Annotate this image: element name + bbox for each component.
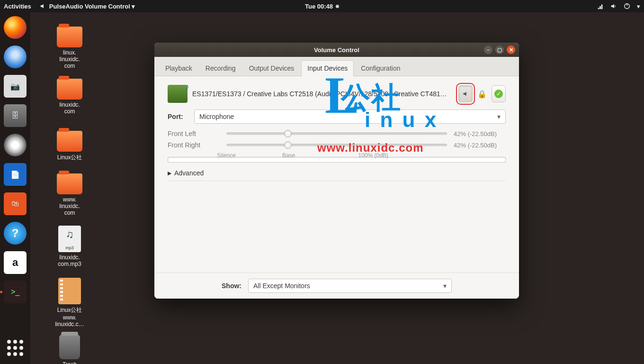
maximize-button[interactable]: ▢ <box>495 46 504 54</box>
slider-track <box>226 133 447 135</box>
volume-icon[interactable] <box>610 3 617 9</box>
channel-name: Front Right <box>168 141 220 149</box>
dock-libreoffice[interactable]: 📄 <box>4 163 27 186</box>
folder-icon <box>57 27 82 47</box>
chevron-down-icon: ▾ <box>497 113 501 120</box>
desktop-icon-label: Trash <box>44 361 96 364</box>
tab-configuration[interactable]: Configuration <box>355 60 406 76</box>
mute-button[interactable] <box>458 85 473 102</box>
mute-icon <box>462 91 469 97</box>
desktop-icon[interactable]: www. linuxidc. com <box>44 173 96 216</box>
desktop-icon[interactable]: Trash <box>44 335 96 364</box>
dock-show-apps[interactable] <box>4 337 27 359</box>
clock-dot-icon <box>336 5 339 8</box>
chevron-down-icon: ▾ <box>443 282 447 290</box>
close-button[interactable]: ✕ <box>507 46 515 54</box>
show-value: All Except Monitors <box>253 282 310 290</box>
dock-help[interactable]: ? <box>4 222 27 245</box>
channel-row: Front Left42% (-22.50dB) <box>168 129 506 138</box>
folder-icon <box>57 79 82 100</box>
device-name: ES1371/ES1373 / Creative Labs CT2518 (Au… <box>192 90 454 98</box>
activities-button[interactable]: Activities <box>4 3 31 10</box>
svg-rect-1 <box>626 3 627 6</box>
show-label: Show: <box>222 282 243 290</box>
clock-text: Tue 00:48 <box>305 3 333 10</box>
dock: 📷 🗄 📄 🛍 ? a >_ <box>0 12 30 364</box>
device-row: ES1371/ES1373 / Creative Labs CT2518 (Au… <box>168 85 506 103</box>
scale-base: Base <box>282 152 295 159</box>
dock-amazon[interactable]: a <box>4 251 27 274</box>
dock-terminal[interactable]: >_ <box>4 281 27 303</box>
channel-name: Front Left <box>168 130 220 137</box>
dock-shotwell[interactable]: 📷 <box>4 75 27 98</box>
desktop-icon[interactable]: Linux公社 www. linuxidc.c… <box>44 278 96 328</box>
minimize-button[interactable]: – <box>484 46 492 54</box>
advanced-label: Advanced <box>174 169 204 177</box>
tab-content: ES1371/ES1373 / Creative Labs CT2518 (Au… <box>154 76 519 273</box>
lock-channels-icon[interactable]: 🔒 <box>477 90 487 99</box>
channel-row: Front Right42% (-22.50dB) <box>168 141 506 149</box>
separator <box>168 181 506 181</box>
dock-rhythmbox[interactable] <box>4 134 27 156</box>
desktop-icon[interactable]: Linux公社 <box>44 131 96 162</box>
dock-software[interactable]: 🛍 <box>4 192 27 215</box>
dock-firefox[interactable] <box>4 16 27 39</box>
vid-icon <box>58 278 81 304</box>
port-label: Port: <box>168 113 189 120</box>
slider-track <box>226 144 447 146</box>
speaker-icon <box>40 3 46 9</box>
folder-icon <box>57 131 82 152</box>
tab-playback[interactable]: Playback <box>159 60 198 76</box>
window-footer: Show: All Except Monitors ▾ <box>154 273 519 299</box>
scale-full: 100% (0dB) <box>358 152 388 159</box>
window-title: Volume Control <box>314 46 359 54</box>
app-menu[interactable]: PulseAudio Volume Control ▾ <box>40 3 135 10</box>
slider-thumb[interactable] <box>284 141 292 149</box>
top-panel: Activities PulseAudio Volume Control ▾ T… <box>0 0 644 12</box>
check-icon: ✓ <box>494 90 503 98</box>
desktop-icon-label: linux. linuxidc. com <box>44 49 96 69</box>
tab-recording[interactable]: Recording <box>199 60 242 76</box>
scale-silence: Silence <box>217 152 235 159</box>
trash-icon <box>59 335 80 359</box>
channel-value: 42% (-22.50dB) <box>454 130 506 137</box>
apps-grid-icon <box>7 340 23 356</box>
volume-slider[interactable] <box>226 129 447 138</box>
desktop-icon-label: Linux公社 <box>44 154 96 162</box>
chevron-down-icon: ▾ <box>637 3 640 10</box>
dock-files[interactable]: 🗄 <box>4 104 27 127</box>
channel-value: 42% (-22.50dB) <box>454 142 506 149</box>
volume-control-window: Volume Control – ▢ ✕ PlaybackRecordingOu… <box>154 43 519 299</box>
network-icon[interactable] <box>597 3 604 9</box>
desktop-icon-label: linuxidc. com <box>44 101 96 115</box>
desktop-icon[interactable]: linux. linuxidc. com <box>44 27 96 69</box>
desktop-icon[interactable]: linuxidc. com <box>44 79 96 115</box>
clock[interactable]: Tue 00:48 <box>305 3 339 10</box>
dock-thunderbird[interactable] <box>4 46 27 68</box>
tabs-bar: PlaybackRecordingOutput DevicesInput Dev… <box>154 57 519 76</box>
port-row: Port: Microphone ▾ <box>168 109 506 124</box>
window-titlebar[interactable]: Volume Control – ▢ ✕ <box>154 43 519 57</box>
sound-card-icon <box>168 85 188 103</box>
app-menu-label: PulseAudio Volume Control ▾ <box>49 3 135 10</box>
desktop-icon-label: linuxidc. com.mp3 <box>44 254 96 267</box>
mp3-icon: mp3 <box>58 226 81 252</box>
tab-output-devices[interactable]: Output Devices <box>243 60 301 76</box>
desktop-icon[interactable]: mp3linuxidc. com.mp3 <box>44 226 96 267</box>
show-combo[interactable]: All Except Monitors ▾ <box>248 279 452 293</box>
slider-thumb[interactable] <box>284 130 292 137</box>
folder-icon <box>57 173 82 194</box>
desktop-icon-label: Linux公社 www. linuxidc.c… <box>44 306 96 328</box>
power-icon[interactable] <box>624 3 630 9</box>
desktop-icon-label: www. linuxidc. com <box>44 196 96 216</box>
system-tray[interactable]: ▾ <box>597 3 640 10</box>
advanced-expander[interactable]: ▶ Advanced <box>168 169 506 177</box>
port-value: Microphone <box>199 113 234 120</box>
tab-input-devices[interactable]: Input Devices <box>301 60 354 76</box>
port-combo[interactable]: Microphone ▾ <box>194 109 506 124</box>
triangle-right-icon: ▶ <box>168 170 171 176</box>
volume-slider[interactable] <box>226 141 447 149</box>
fallback-button[interactable]: ✓ <box>492 85 506 102</box>
